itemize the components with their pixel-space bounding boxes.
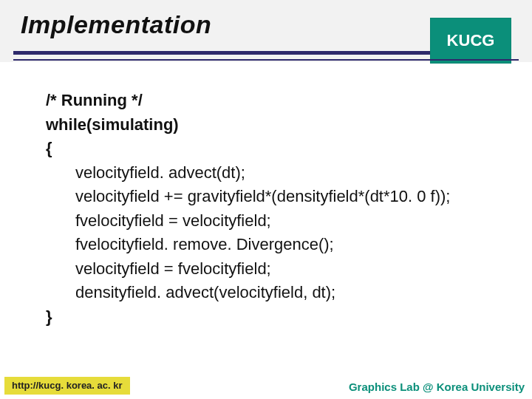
code-block: /* Running */ while(simulating) { veloci… (46, 89, 502, 329)
code-line: fvelocityfield. remove. Divergence(); (46, 233, 502, 257)
slide-title: Implementation (21, 10, 211, 39)
code-line: velocityfield += gravityfield*(densityfi… (46, 185, 502, 209)
code-line: while(simulating) (46, 113, 502, 137)
footer-credit: Graphics Lab @ Korea University (349, 381, 525, 393)
divider-thick (13, 51, 430, 55)
slide: Implementation KUCG /* Running */ while(… (0, 0, 532, 399)
footer-url: http://kucg. korea. ac. kr (4, 377, 130, 395)
brand-badge: KUCG (430, 18, 511, 64)
code-line: /* Running */ (46, 89, 502, 113)
brand-badge-label: KUCG (447, 31, 495, 50)
code-line: velocityfield = fvelocityfield; (46, 257, 502, 282)
code-line: densityfield. advect(velocityfield, dt); (46, 281, 502, 305)
code-line: { (46, 137, 502, 161)
code-line: } (46, 305, 502, 330)
code-line: fvelocityfield = velocityfield; (46, 209, 502, 233)
code-line: velocityfield. advect(dt); (46, 161, 502, 185)
divider-thin (13, 59, 519, 61)
